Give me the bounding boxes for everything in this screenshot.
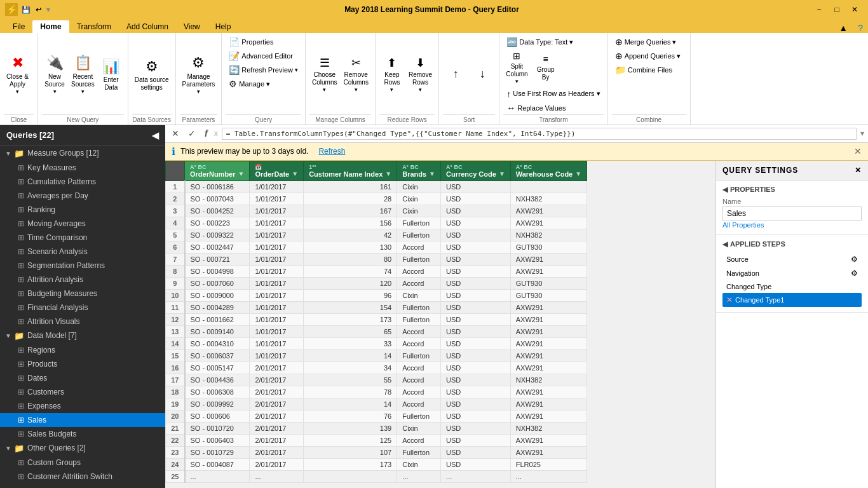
table-row[interactable]: 14SO - 00043101/01/201733AccordUSDAXW291	[166, 337, 587, 349]
ribbon-collapse[interactable]: ▲	[834, 23, 853, 33]
close-apply-dropdown[interactable]: ▾	[16, 88, 19, 95]
col-currency-code[interactable]: A²BC Currency Code ▼	[441, 161, 511, 180]
table-row[interactable]: 13SO - 00091401/01/201765AccordUSDAXW291	[166, 325, 587, 337]
table-row[interactable]: 20SO - 0006062/01/201776FullertonUSDAXW2…	[166, 410, 587, 422]
table-row[interactable]: 12SO - 00016621/01/2017173FullertonUSDAX…	[166, 313, 587, 325]
table-row[interactable]: 15SO - 00060371/01/201714FullertonUSDAXW…	[166, 349, 587, 362]
properties-button[interactable]: 📄 Properties	[226, 36, 276, 48]
table-row[interactable]: 2SO - 00070431/01/201728CixinUSDNXH382	[166, 193, 587, 205]
refresh-preview-dropdown[interactable]: ▾	[295, 67, 298, 73]
sidebar-item-dates[interactable]: ⊞Dates	[0, 371, 165, 385]
refresh-preview-button[interactable]: 🔄 Refresh Preview ▾	[226, 64, 301, 76]
applied-step-source[interactable]: Source ⚙	[722, 252, 862, 266]
table-row[interactable]: 1SO - 00061861/01/2017161CixinUSD	[166, 180, 587, 193]
sidebar-item-cumulative-patterns[interactable]: ⊞Cumulative Patterns	[0, 175, 165, 189]
sidebar-item-moving-averages[interactable]: ⊞Moving Averages	[0, 217, 165, 231]
table-row[interactable]: 19SO - 00099922/01/201714AccordUSDAXW291	[166, 398, 587, 410]
sidebar-item-sales[interactable]: ⊞Sales	[0, 413, 165, 427]
sort-desc-button[interactable]: ↓	[470, 56, 495, 94]
col-order-date[interactable]: 📅 OrderDate ▼	[250, 161, 304, 180]
new-source-button[interactable]: 🔌 NewSource ▾	[42, 53, 67, 96]
table-row[interactable]: 22SO - 00064032/01/2017125AccordUSDAXW29…	[166, 434, 587, 446]
qs-name-input[interactable]	[722, 207, 862, 220]
new-source-dropdown[interactable]: ▾	[53, 88, 57, 95]
recent-sources-dropdown[interactable]: ▾	[81, 88, 85, 95]
accept-formula-button[interactable]: ✓	[186, 128, 198, 139]
table-row[interactable]: 18SO - 00063082/01/201778AccordUSDAXW291	[166, 386, 587, 398]
keep-rows-button[interactable]: ⬆ KeepRows ▾	[379, 55, 405, 95]
col-brands[interactable]: A²BC Brands ▼	[397, 161, 441, 180]
sidebar-item-ranking[interactable]: ⊞Ranking	[0, 203, 165, 217]
table-row[interactable]: 24SO - 00040872/01/2017173CixinUSDFLR025	[166, 458, 587, 470]
manage-button[interactable]: ⚙ Manage ▾	[226, 78, 273, 90]
sidebar-group-other-queries[interactable]: ▼ 📁 Other Queries [2]	[0, 441, 165, 456]
save-icon[interactable]: 💾	[22, 6, 31, 14]
tab-transform[interactable]: Transform	[69, 20, 119, 33]
applied-step-changed-type1[interactable]: ✕ Changed Type1	[722, 293, 862, 307]
manage-parameters-dropdown[interactable]: ▾	[197, 88, 200, 95]
choose-columns-dropdown[interactable]: ▾	[323, 86, 326, 93]
undo-icon[interactable]: ↩	[36, 6, 41, 14]
applied-step-navigation[interactable]: Navigation ⚙	[722, 266, 862, 280]
query-settings-close-button[interactable]: ✕	[855, 166, 862, 175]
close-button[interactable]: ✕	[846, 3, 863, 17]
advanced-editor-button[interactable]: 📝 Advanced Editor	[226, 50, 296, 62]
sort-asc-button[interactable]: ↑	[443, 56, 468, 94]
step-navigation-gear-icon[interactable]: ⚙	[851, 269, 858, 278]
remove-rows-button[interactable]: ⬇ RemoveRows ▾	[406, 55, 435, 95]
step-source-gear-icon[interactable]: ⚙	[851, 255, 858, 264]
col-warehouse-code[interactable]: A²BC Warehouse Code ▼	[510, 161, 587, 180]
formula-input[interactable]	[222, 128, 857, 140]
notice-refresh-button[interactable]: Refresh	[318, 147, 345, 156]
append-queries-button[interactable]: ⊕ Append Queries ▾	[612, 50, 684, 62]
tab-home[interactable]: Home	[32, 20, 69, 33]
cancel-formula-button[interactable]: ✕	[169, 128, 182, 139]
table-row[interactable]: 6SO - 00024471/01/2017130AccordUSDGUT930	[166, 241, 587, 253]
sidebar-item-customers[interactable]: ⊞Customers	[0, 385, 165, 399]
merge-queries-button[interactable]: ⊕ Merge Queries ▾	[612, 36, 680, 48]
tab-add-column[interactable]: Add Column	[119, 20, 176, 33]
sidebar-item-expenses[interactable]: ⊞Expenses	[0, 399, 165, 413]
more-icon[interactable]: ▾	[46, 6, 50, 14]
tab-view[interactable]: View	[176, 20, 208, 33]
table-row[interactable]: 23SO - 00107292/01/2017107FullertonUSDAX…	[166, 446, 587, 458]
sidebar-group-measure-groups[interactable]: ▼ 📁 Measure Groups [12]	[0, 146, 165, 161]
table-row[interactable]: 3SO - 00042521/01/2017167CixinUSDAXW291	[166, 205, 587, 217]
col-customer-name-index[interactable]: 1²³ Customer Name Index ▼	[304, 161, 397, 180]
table-row[interactable]: 17SO - 00044362/01/201755AccordUSDNXH382	[166, 374, 587, 386]
sidebar-item-averages-per-day[interactable]: ⊞Averages per Day	[0, 189, 165, 203]
close-apply-button[interactable]: ✖ Close &Apply ▾	[4, 53, 31, 96]
table-row[interactable]: 11SO - 00042891/01/2017154FullertonUSDAX…	[166, 301, 587, 313]
applied-step-changed-type[interactable]: Changed Type	[722, 280, 862, 293]
data-table-wrapper[interactable]: A²BC OrderNumber ▼ 📅 OrderDate ▼ 1²³ Cus…	[165, 161, 715, 488]
enter-data-button[interactable]: 📊 EnterData	[98, 56, 124, 94]
table-row[interactable]: 4SO - 0002231/01/2017156FullertonUSDAXW2…	[166, 217, 587, 229]
data-source-settings-button[interactable]: ⚙ Data sourcesettings	[132, 56, 172, 94]
qs-all-properties-link[interactable]: All Properties	[722, 221, 764, 229]
split-column-dropdown[interactable]: ▾	[515, 78, 519, 85]
help-icon[interactable]: ?	[853, 23, 868, 33]
table-row[interactable]: 7SO - 0007211/01/201780FullertonUSDAXW29…	[166, 253, 587, 265]
sidebar-item-key-measures[interactable]: ⊞Key Measures	[0, 161, 165, 175]
col-order-number[interactable]: A²BC OrderNumber ▼	[185, 161, 250, 180]
table-row[interactable]: 25...............	[166, 470, 587, 482]
replace-values-button[interactable]: ↔ Replace Values	[503, 102, 569, 114]
sidebar-item-budgeting-measures[interactable]: ⊞Budgeting Measures	[0, 287, 165, 301]
table-row[interactable]: 21SO - 00107202/01/2017139CixinUSDNXH382	[166, 422, 587, 434]
sidebar-item-sales-budgets[interactable]: ⊞Sales Budgets	[0, 427, 165, 441]
sidebar-item-time-comparison[interactable]: ⊞Time Comparison	[0, 231, 165, 245]
remove-columns-dropdown[interactable]: ▾	[355, 86, 358, 93]
keep-rows-dropdown[interactable]: ▾	[390, 86, 393, 93]
minimize-button[interactable]: −	[811, 3, 827, 17]
sidebar-item-scenario-analysis[interactable]: ⊞Scenario Analysis	[0, 245, 165, 259]
manage-parameters-button[interactable]: ⚙ ManageParameters ▾	[180, 53, 218, 96]
sidebar-item-custom-groups[interactable]: ⊞Custom Groups	[0, 456, 165, 470]
sidebar-item-regions[interactable]: ⊞Regions	[0, 343, 165, 357]
group-by-button[interactable]: ≡ GroupBy	[533, 50, 559, 86]
notice-close-button[interactable]: ✕	[854, 146, 862, 156]
sidebar-item-products[interactable]: ⊞Products	[0, 357, 165, 371]
sidebar-collapse-icon[interactable]: ◀	[152, 130, 159, 140]
use-first-row-button[interactable]: ↑ Use First Row as Headers ▾	[503, 88, 603, 100]
table-row[interactable]: 8SO - 00049981/01/201774AccordUSDAXW291	[166, 265, 587, 277]
formula-expand-icon[interactable]: ▾	[860, 129, 864, 138]
